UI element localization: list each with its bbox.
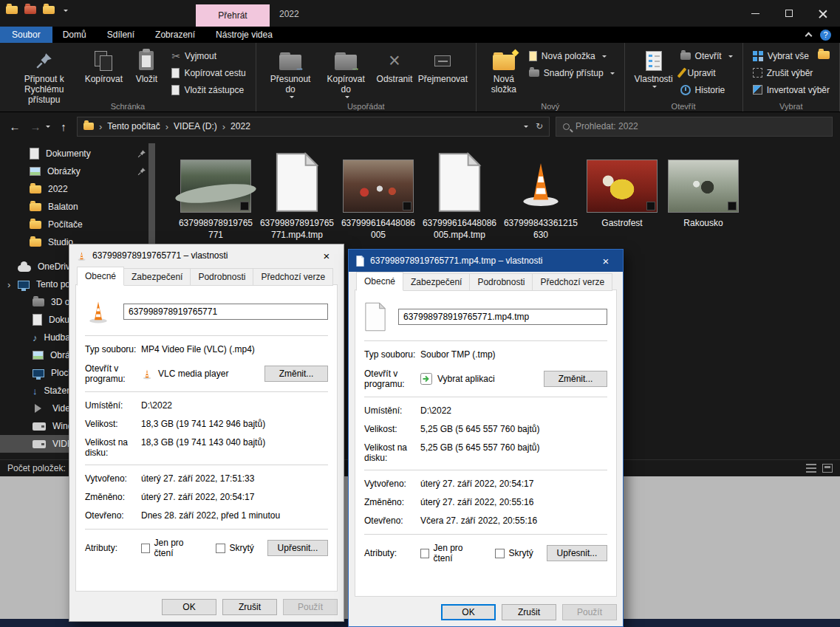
- new-item-button[interactable]: Nová položka: [525, 47, 618, 64]
- new-folder-button[interactable]: Nová složka: [482, 45, 525, 97]
- cut-button[interactable]: ✂ Vyjmout: [168, 47, 249, 64]
- delete-button[interactable]: × Odstranit: [373, 45, 416, 86]
- minimize-button[interactable]: [738, 0, 772, 27]
- properties-button[interactable]: Vlastnosti: [631, 45, 677, 91]
- apply-button[interactable]: Použít: [562, 604, 617, 620]
- hidden-checkbox[interactable]: [216, 544, 225, 553]
- sidebar-item-dokumenty-quick[interactable]: Dokumenty: [0, 145, 160, 162]
- tab-file[interactable]: Soubor: [0, 27, 52, 43]
- ok-button[interactable]: OK: [162, 599, 216, 615]
- move-to-button[interactable]: Přesunout do: [262, 45, 319, 101]
- change-button[interactable]: Změnit...: [544, 371, 607, 387]
- tab-general[interactable]: Obecné: [77, 267, 124, 286]
- qat-customize-icon[interactable]: [64, 10, 68, 14]
- tab-general[interactable]: Obecné: [356, 272, 403, 291]
- breadcrumb[interactable]: › Tento počítač › VIDEA (D:) › 2022 ↻: [77, 117, 550, 137]
- dialog-titlebar[interactable]: 637998978919765771.mp4.tmp – vlastnosti …: [349, 250, 623, 272]
- contextual-tab-header-play[interactable]: Přehrát: [196, 4, 270, 27]
- ribbon-group-open: Vlastnosti Otevřít Upravit H: [625, 43, 743, 112]
- drive-icon: [33, 422, 46, 431]
- invert-selection-button[interactable]: Invertovat výběr: [749, 81, 833, 98]
- edit-button[interactable]: Upravit: [677, 64, 737, 81]
- choose-app-icon: [420, 373, 432, 385]
- refresh-icon[interactable]: ↻: [536, 121, 543, 131]
- tab-security[interactable]: Zabezpečení: [124, 268, 191, 286]
- file-item-video-1[interactable]: 637998978919765771: [177, 145, 254, 241]
- cancel-button[interactable]: Zrušit: [222, 599, 277, 615]
- pin-to-quick-access-button[interactable]: Připnout k Rychlému přístupu: [6, 45, 82, 107]
- dialog-close-button[interactable]: ×: [592, 250, 620, 272]
- readonly-checkbox[interactable]: [141, 544, 150, 553]
- collapse-ribbon-icon[interactable]: [805, 32, 813, 40]
- select-none-button[interactable]: Zrušit výběr: [749, 64, 833, 81]
- close-button[interactable]: [806, 0, 840, 27]
- paste-button[interactable]: Vložit: [125, 45, 168, 86]
- document-file-icon: [274, 152, 320, 213]
- breadcrumb-folder[interactable]: 2022: [231, 121, 250, 131]
- file-item-gastrofest[interactable]: Gastrofest: [584, 145, 660, 241]
- thumbnails-view-icon[interactable]: [822, 464, 833, 473]
- back-icon[interactable]: ←: [7, 120, 22, 133]
- advanced-button[interactable]: Upřesnit...: [267, 540, 328, 556]
- scrollbar-thumb[interactable]: [148, 143, 155, 245]
- tab-share[interactable]: Sdílení: [97, 27, 145, 43]
- easy-access-button[interactable]: Snadný přístup: [525, 64, 618, 81]
- group-label-new: Nový: [477, 102, 624, 111]
- rename-button[interactable]: Přejmenovat: [416, 45, 470, 86]
- new-folder-quick-icon[interactable]: [43, 6, 55, 14]
- app-folder-icon: [6, 6, 18, 14]
- change-button[interactable]: Změnit...: [264, 366, 328, 382]
- maximize-button[interactable]: [772, 0, 806, 27]
- tab-view[interactable]: Zobrazení: [145, 27, 205, 43]
- tab-previous-versions[interactable]: Předchozí verze: [253, 268, 333, 286]
- search-box[interactable]: [556, 117, 833, 137]
- open-button[interactable]: Otevřít: [677, 47, 737, 64]
- search-input[interactable]: [576, 121, 825, 131]
- copy-to-button[interactable]: Kopírovat do: [318, 45, 373, 101]
- opens-with-value: VLC media player: [158, 369, 228, 379]
- advanced-button[interactable]: Upřesnit...: [547, 545, 607, 561]
- forward-icon[interactable]: →: [28, 120, 43, 133]
- up-icon[interactable]: ↑: [56, 120, 71, 133]
- copy-button[interactable]: Kopírovat: [82, 45, 125, 86]
- apply-button[interactable]: Použít: [283, 599, 338, 615]
- tab-video-tools[interactable]: Nástroje videa: [205, 27, 283, 43]
- file-item-rakousko[interactable]: Rakousko: [665, 145, 742, 241]
- tab-home[interactable]: Domů: [52, 27, 97, 43]
- sidebar-item-2022[interactable]: 2022: [0, 180, 160, 198]
- address-dropdown-icon[interactable]: [524, 126, 528, 130]
- sidebar-item-obrazky-quick[interactable]: Obrázky: [0, 162, 160, 180]
- sidebar-item-pocitace[interactable]: Počítače: [0, 216, 160, 233]
- expander-icon[interactable]: ›: [7, 279, 10, 290]
- recent-locations-icon[interactable]: [46, 126, 50, 130]
- paste-shortcut-button[interactable]: Vložit zástupce: [168, 81, 249, 98]
- filename-input[interactable]: [398, 309, 607, 325]
- file-item-video-2[interactable]: 637999616448086005: [340, 145, 417, 241]
- minimize-icon: [751, 13, 759, 14]
- tab-details[interactable]: Podrobnosti: [191, 268, 253, 286]
- breadcrumb-this-pc[interactable]: Tento počítač: [107, 121, 160, 131]
- copy-path-button[interactable]: Kopírovat cestu: [168, 64, 249, 81]
- help-icon[interactable]: ?: [820, 30, 831, 41]
- file-item-tmp-1[interactable]: 637998978919765771.mp4.tmp: [259, 145, 335, 241]
- filename-input[interactable]: [123, 304, 328, 320]
- tab-details[interactable]: Podrobnosti: [470, 273, 533, 291]
- sidebar-item-balaton[interactable]: Balaton: [0, 198, 160, 216]
- readonly-checkbox[interactable]: [420, 549, 429, 558]
- breadcrumb-drive[interactable]: VIDEA (D:): [174, 121, 217, 131]
- hidden-checkbox[interactable]: [495, 549, 505, 558]
- properties-quick-icon[interactable]: [24, 6, 36, 14]
- ok-button[interactable]: OK: [441, 604, 496, 620]
- file-item-vlc[interactable]: 637999843361215630: [502, 145, 579, 241]
- file-item-tmp-2[interactable]: 637999616448086005.mp4.tmp: [421, 145, 498, 241]
- tab-previous-versions[interactable]: Předchozí verze: [533, 273, 612, 291]
- dialog-titlebar[interactable]: 637998978919765771 – vlastnosti ×: [69, 244, 344, 267]
- breadcrumb-chevron: ›: [222, 121, 225, 132]
- history-button[interactable]: Historie: [677, 81, 737, 98]
- separator: [364, 340, 607, 341]
- tab-security[interactable]: Zabezpečení: [403, 273, 470, 291]
- dialog-close-button[interactable]: ×: [313, 244, 341, 267]
- paste-label: Vložit: [136, 74, 157, 84]
- details-view-icon[interactable]: [806, 464, 816, 473]
- cancel-button[interactable]: Zrušit: [502, 604, 556, 620]
